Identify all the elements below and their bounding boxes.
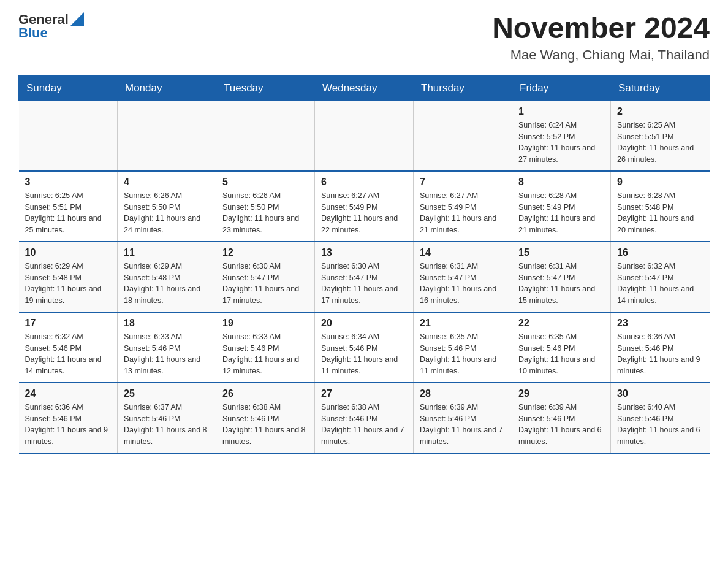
day-info: Sunrise: 6:28 AM Sunset: 5:49 PM Dayligh…: [518, 190, 604, 236]
day-info: Sunrise: 6:34 AM Sunset: 5:46 PM Dayligh…: [321, 331, 407, 377]
day-number: 14: [420, 247, 506, 258]
calendar-week-2: 3Sunrise: 6:25 AM Sunset: 5:51 PM Daylig…: [19, 171, 710, 242]
calendar-cell: 11Sunrise: 6:29 AM Sunset: 5:48 PM Dayli…: [118, 242, 216, 312]
day-info: Sunrise: 6:27 AM Sunset: 5:49 PM Dayligh…: [321, 190, 407, 236]
day-number: 26: [222, 388, 308, 399]
day-number: 25: [124, 388, 210, 399]
calendar-cell: 2Sunrise: 6:25 AM Sunset: 5:51 PM Daylig…: [611, 101, 710, 171]
day-info: Sunrise: 6:38 AM Sunset: 5:46 PM Dayligh…: [222, 402, 308, 448]
day-info: Sunrise: 6:33 AM Sunset: 5:46 PM Dayligh…: [124, 331, 210, 377]
day-info: Sunrise: 6:29 AM Sunset: 5:48 PM Dayligh…: [124, 261, 210, 307]
day-number: 5: [222, 177, 308, 188]
calendar-cell: 26Sunrise: 6:38 AM Sunset: 5:46 PM Dayli…: [216, 383, 315, 453]
calendar-cell: 13Sunrise: 6:30 AM Sunset: 5:47 PM Dayli…: [315, 242, 414, 312]
day-number: 27: [321, 388, 407, 399]
day-number: 8: [518, 177, 604, 188]
calendar-cell: 9Sunrise: 6:28 AM Sunset: 5:48 PM Daylig…: [611, 171, 710, 242]
day-number: 11: [124, 247, 210, 258]
calendar-cell: 3Sunrise: 6:25 AM Sunset: 5:51 PM Daylig…: [19, 171, 118, 242]
day-number: 23: [617, 318, 703, 329]
day-info: Sunrise: 6:36 AM Sunset: 5:46 PM Dayligh…: [617, 331, 703, 377]
calendar-cell: 21Sunrise: 6:35 AM Sunset: 5:46 PM Dayli…: [414, 312, 512, 383]
day-info: Sunrise: 6:31 AM Sunset: 5:47 PM Dayligh…: [420, 261, 506, 307]
calendar-cell: 29Sunrise: 6:39 AM Sunset: 5:46 PM Dayli…: [512, 383, 611, 453]
day-info: Sunrise: 6:27 AM Sunset: 5:49 PM Dayligh…: [420, 190, 506, 236]
calendar-cell: 19Sunrise: 6:33 AM Sunset: 5:46 PM Dayli…: [216, 312, 315, 383]
day-number: 30: [617, 388, 703, 399]
calendar-cell: 30Sunrise: 6:40 AM Sunset: 5:46 PM Dayli…: [611, 383, 710, 453]
day-info: Sunrise: 6:32 AM Sunset: 5:46 PM Dayligh…: [25, 331, 112, 377]
day-info: Sunrise: 6:40 AM Sunset: 5:46 PM Dayligh…: [617, 402, 703, 448]
calendar-cell: 8Sunrise: 6:28 AM Sunset: 5:49 PM Daylig…: [512, 171, 611, 242]
calendar-cell: 1Sunrise: 6:24 AM Sunset: 5:52 PM Daylig…: [512, 101, 611, 171]
calendar-cell: 12Sunrise: 6:30 AM Sunset: 5:47 PM Dayli…: [216, 242, 315, 312]
day-number: 16: [617, 247, 703, 258]
day-info: Sunrise: 6:25 AM Sunset: 5:51 PM Dayligh…: [617, 120, 703, 166]
calendar-cell: [118, 101, 216, 171]
calendar-cell: 7Sunrise: 6:27 AM Sunset: 5:49 PM Daylig…: [414, 171, 512, 242]
day-number: 12: [222, 247, 308, 258]
day-info: Sunrise: 6:26 AM Sunset: 5:50 PM Dayligh…: [124, 190, 210, 236]
day-info: Sunrise: 6:36 AM Sunset: 5:46 PM Dayligh…: [25, 402, 112, 448]
day-info: Sunrise: 6:25 AM Sunset: 5:51 PM Dayligh…: [25, 190, 112, 236]
location-title: Mae Wang, Chiang Mai, Thailand: [492, 47, 710, 63]
day-number: 4: [124, 177, 210, 188]
calendar-cell: 28Sunrise: 6:39 AM Sunset: 5:46 PM Dayli…: [414, 383, 512, 453]
calendar-cell: 16Sunrise: 6:32 AM Sunset: 5:47 PM Dayli…: [611, 242, 710, 312]
day-info: Sunrise: 6:35 AM Sunset: 5:46 PM Dayligh…: [420, 331, 506, 377]
calendar-cell: [315, 101, 414, 171]
calendar-week-5: 24Sunrise: 6:36 AM Sunset: 5:46 PM Dayli…: [19, 383, 710, 453]
day-number: 22: [518, 318, 604, 329]
calendar-cell: 24Sunrise: 6:36 AM Sunset: 5:46 PM Dayli…: [19, 383, 118, 453]
weekday-header-sunday: Sunday: [19, 75, 118, 101]
weekday-header-tuesday: Tuesday: [216, 75, 315, 101]
day-info: Sunrise: 6:30 AM Sunset: 5:47 PM Dayligh…: [222, 261, 308, 307]
calendar-cell: [19, 101, 118, 171]
calendar-cell: [216, 101, 315, 171]
day-info: Sunrise: 6:30 AM Sunset: 5:47 PM Dayligh…: [321, 261, 407, 307]
day-number: 10: [25, 247, 112, 258]
calendar-cell: 15Sunrise: 6:31 AM Sunset: 5:47 PM Dayli…: [512, 242, 611, 312]
day-info: Sunrise: 6:39 AM Sunset: 5:46 PM Dayligh…: [420, 402, 506, 448]
svg-marker-0: [70, 12, 84, 26]
day-number: 20: [321, 318, 407, 329]
day-number: 18: [124, 318, 210, 329]
logo: General Blue: [18, 12, 84, 40]
weekday-header-thursday: Thursday: [414, 75, 512, 101]
day-number: 13: [321, 247, 407, 258]
day-info: Sunrise: 6:31 AM Sunset: 5:47 PM Dayligh…: [518, 261, 604, 307]
day-info: Sunrise: 6:37 AM Sunset: 5:46 PM Dayligh…: [124, 402, 210, 448]
day-number: 29: [518, 388, 604, 399]
month-title: November 2024: [492, 12, 710, 45]
calendar-cell: 25Sunrise: 6:37 AM Sunset: 5:46 PM Dayli…: [118, 383, 216, 453]
day-number: 19: [222, 318, 308, 329]
day-number: 17: [25, 318, 112, 329]
calendar-cell: 20Sunrise: 6:34 AM Sunset: 5:46 PM Dayli…: [315, 312, 414, 383]
page-header: General Blue November 2024 Mae Wang, Chi…: [18, 12, 710, 63]
calendar-cell: 23Sunrise: 6:36 AM Sunset: 5:46 PM Dayli…: [611, 312, 710, 383]
calendar-cell: 27Sunrise: 6:38 AM Sunset: 5:46 PM Dayli…: [315, 383, 414, 453]
calendar-cell: 4Sunrise: 6:26 AM Sunset: 5:50 PM Daylig…: [118, 171, 216, 242]
day-number: 9: [617, 177, 703, 188]
calendar-cell: [414, 101, 512, 171]
day-number: 7: [420, 177, 506, 188]
weekday-header-row: SundayMondayTuesdayWednesdayThursdayFrid…: [19, 75, 710, 101]
day-number: 2: [617, 106, 703, 117]
calendar-week-3: 10Sunrise: 6:29 AM Sunset: 5:48 PM Dayli…: [19, 242, 710, 312]
weekday-header-friday: Friday: [512, 75, 611, 101]
day-number: 21: [420, 318, 506, 329]
day-number: 3: [25, 177, 112, 188]
day-info: Sunrise: 6:24 AM Sunset: 5:52 PM Dayligh…: [518, 120, 604, 166]
day-number: 6: [321, 177, 407, 188]
calendar-week-4: 17Sunrise: 6:32 AM Sunset: 5:46 PM Dayli…: [19, 312, 710, 383]
calendar-cell: 14Sunrise: 6:31 AM Sunset: 5:47 PM Dayli…: [414, 242, 512, 312]
day-info: Sunrise: 6:28 AM Sunset: 5:48 PM Dayligh…: [617, 190, 703, 236]
day-info: Sunrise: 6:35 AM Sunset: 5:46 PM Dayligh…: [518, 331, 604, 377]
day-number: 15: [518, 247, 604, 258]
calendar-cell: 5Sunrise: 6:26 AM Sunset: 5:50 PM Daylig…: [216, 171, 315, 242]
day-info: Sunrise: 6:39 AM Sunset: 5:46 PM Dayligh…: [518, 402, 604, 448]
day-info: Sunrise: 6:33 AM Sunset: 5:46 PM Dayligh…: [222, 331, 308, 377]
day-number: 1: [518, 106, 604, 117]
day-number: 24: [25, 388, 112, 399]
day-info: Sunrise: 6:26 AM Sunset: 5:50 PM Dayligh…: [222, 190, 308, 236]
